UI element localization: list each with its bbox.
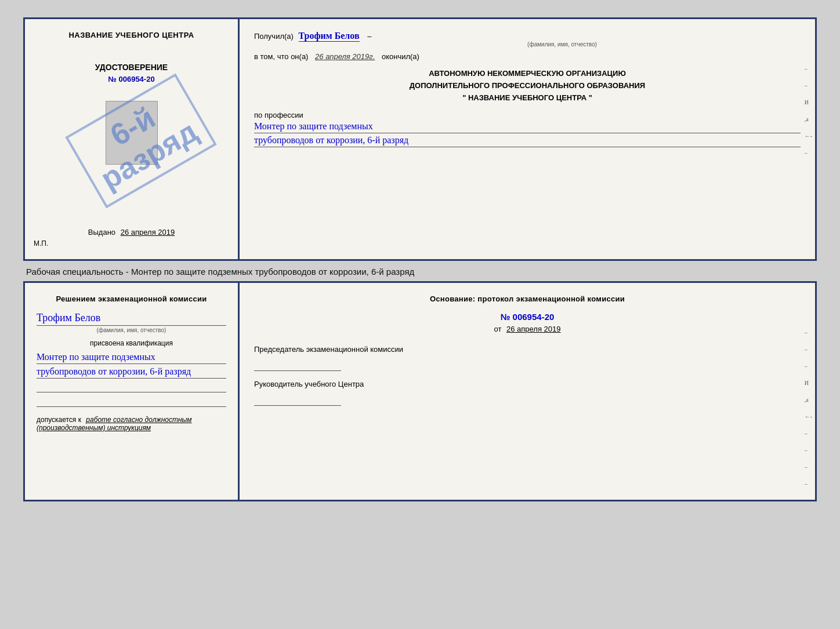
date-handwritten: 26 апреля 2019г.	[315, 52, 375, 61]
org-block: АВТОНОМНУЮ НЕКОММЕРЧЕСКУЮ ОРГАНИЗАЦИЮ ДО…	[254, 68, 801, 104]
basis-label: Основание: протокол экзаменационной коми…	[254, 294, 801, 303]
side-marks-top: – – И ,а ←- –	[805, 66, 812, 156]
signature-line-chair	[254, 357, 341, 371]
issued-line: Выдано 26 апреля 2019	[88, 216, 175, 237]
decision-text: Решением экзаменационной комиссии	[37, 294, 226, 303]
certificate-bottom: Решением экзаменационной комиссии Трофим…	[23, 281, 817, 501]
name-subtitle-top: (фамилия, имя, отчество)	[324, 41, 801, 48]
mp-label: М.П.	[34, 239, 48, 248]
cert-bottom-right: Основание: протокол экзаменационной коми…	[240, 283, 815, 500]
received-line: Получил(а) Трофим Белов – (фамилия, имя,…	[254, 31, 801, 48]
qualification-hw-2: трубопроводов от коррозии, 6-й разряд	[37, 366, 226, 379]
issued-date-value: 26 апреля 2019	[121, 228, 175, 237]
profession-hw-1: Монтер по защите подземных	[254, 121, 801, 133]
caption-text: Рабочая специальность - Монтер по защите…	[26, 267, 814, 277]
blank-line-2	[37, 395, 226, 407]
from-date-value: 26 апреля 2019	[506, 325, 561, 333]
from-date: от 26 апреля 2019	[254, 325, 801, 333]
org-name-top: НАЗВАНИЕ УЧЕБНОГО ЦЕНТРА	[68, 31, 194, 39]
signature-line-head	[254, 391, 341, 406]
person-name-hw: Трофим Белов	[37, 312, 226, 326]
commission-chair-label: Председатель экзаменационной комиссии	[254, 345, 801, 354]
head-label: Руководитель учебного Центра	[254, 380, 801, 388]
side-marks-bottom: – – – И ,а ←- – – – –	[805, 329, 812, 487]
cert-label: УДОСТОВЕРЕНИЕ	[95, 63, 168, 72]
name-subtitle-bottom: (фамилия, имя, отчество)	[37, 327, 226, 333]
photo-placeholder	[106, 101, 158, 165]
cert-top-left: НАЗВАНИЕ УЧЕБНОГО ЦЕНТРА 6-й разряд УДОС…	[25, 19, 240, 259]
page-wrapper: НАЗВАНИЕ УЧЕБНОГО ЦЕНТРА 6-й разряд УДОС…	[12, 12, 828, 507]
cert-number: № 006954-20	[108, 75, 154, 83]
blank-line-1	[37, 381, 226, 392]
profession-label: по профессии	[254, 111, 801, 119]
person-block-bottom: Трофим Белов (фамилия, имя, отчество)	[37, 312, 226, 333]
receiver-name: Трофим Белов	[299, 31, 360, 42]
qualification-hw-1: Монтер по защите подземных	[37, 352, 226, 364]
assigned-label: присвоена квалификация	[37, 339, 226, 347]
date-line: в том, что он(а) 26 апреля 2019г. окончи…	[254, 52, 801, 61]
allowed-text: допускается к работе согласно должностны…	[37, 416, 226, 432]
profession-hw-2: трубопроводов от коррозии, 6-й разряд	[254, 135, 801, 147]
certificate-top: НАЗВАНИЕ УЧЕБНОГО ЦЕНТРА 6-й разряд УДОС…	[23, 17, 817, 261]
cert-top-right: Получил(а) Трофим Белов – (фамилия, имя,…	[240, 19, 815, 259]
protocol-number: № 006954-20	[254, 312, 801, 322]
cert-bottom-left: Решением экзаменационной комиссии Трофим…	[25, 283, 240, 500]
